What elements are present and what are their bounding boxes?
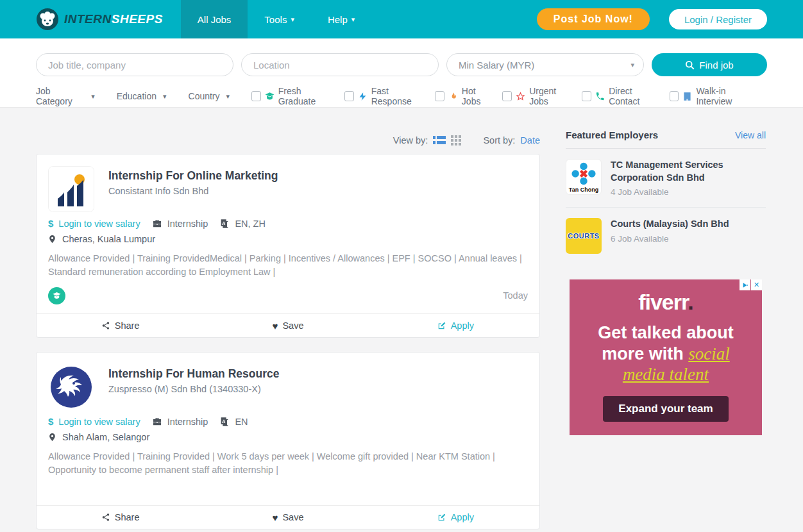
job-list-column: View by: Sort by: Date Internship For On… (36, 132, 540, 532)
job-description: Allowance Provided | Training ProvidedMe… (48, 252, 523, 279)
filter-fast-response[interactable]: Fast Response (344, 86, 426, 106)
language-icon (219, 219, 230, 229)
share-icon (101, 321, 110, 330)
post-job-button[interactable]: Post Job Now! (537, 8, 650, 30)
sidebar: Featured Employers View all Tan Chong TC… (566, 132, 766, 532)
search-icon (685, 60, 695, 70)
adchoices-icon[interactable] (740, 279, 750, 290)
list-toolbar: View by: Sort by: Date (36, 132, 540, 149)
employer-name[interactable]: TC Management Services Corporation Sdn B… (611, 159, 766, 184)
edit-icon (437, 513, 446, 522)
job-languages: EN, ZH (235, 219, 266, 229)
list-view-icon[interactable] (433, 135, 446, 145)
heart-icon: ♥ (273, 320, 278, 331)
briefcase-icon (152, 219, 162, 229)
sort-by-label: Sort by: (483, 135, 515, 145)
checkbox[interactable] (582, 91, 591, 101)
filter-country[interactable]: Country▾ (189, 91, 230, 101)
featured-employers-title: Featured Employers (566, 129, 658, 140)
filter-job-category[interactable]: Job Category▾ (36, 86, 95, 106)
fiverr-ad[interactable]: ✕ fiverr. Get talked about more with soc… (570, 279, 762, 435)
checkbox[interactable] (251, 91, 261, 101)
heart-icon: ♥ (273, 512, 278, 523)
share-icon (101, 513, 110, 522)
filter-direct-contact[interactable]: Direct Contact (582, 86, 660, 106)
checkbox[interactable] (502, 91, 512, 101)
tan-chong-logo: Tan Chong (566, 159, 602, 195)
employer-name[interactable]: Courts (Malaysia) Sdn Bhd (611, 218, 729, 231)
star-icon (516, 92, 525, 101)
search-section: Min Salary (MYR) ▾ Find job Job Category… (0, 38, 803, 108)
courts-logo: COURTS (566, 218, 602, 254)
job-company: Consistant Info Sdn Bhd (108, 186, 278, 196)
save-button[interactable]: ♥ Save (204, 506, 371, 529)
checkbox[interactable] (344, 91, 354, 101)
view-by-label: View by: (393, 135, 428, 145)
job-title[interactable]: Internship For Online Marketing (108, 169, 278, 183)
view-all-link[interactable]: View all (735, 130, 766, 140)
job-title[interactable]: Internship For Human Resource (108, 367, 279, 381)
checkbox[interactable] (670, 91, 679, 101)
company-logo (48, 364, 94, 410)
company-logo (48, 166, 94, 212)
job-card[interactable]: Internship For Human Resource Zuspresso … (36, 352, 540, 529)
ad-headline: Get talked about more with social media … (579, 322, 753, 385)
save-button[interactable]: ♥ Save (204, 314, 371, 337)
chevron-down-icon: ▾ (91, 92, 95, 101)
job-description: Allowance Provided | Training Provided |… (48, 450, 523, 477)
login-register-button[interactable]: Login / Register (669, 9, 767, 29)
salary-link[interactable]: Login to view salary (58, 417, 140, 427)
location-input[interactable] (241, 53, 439, 76)
dollar-icon: $ (48, 218, 53, 229)
chevron-down-icon: ▾ (226, 92, 230, 101)
nav-all-jobs[interactable]: All Jobs (181, 0, 248, 38)
sheep-logo-icon (36, 8, 59, 31)
nav-help[interactable]: Help▾ (311, 0, 371, 38)
share-button[interactable]: Share (37, 314, 204, 337)
location-pin-icon (48, 234, 56, 244)
ad-close-icon[interactable]: ✕ (751, 279, 762, 290)
ad-cta-button[interactable]: Expand your team (603, 396, 728, 422)
salary-link[interactable]: Login to view salary (58, 219, 140, 229)
top-navbar: INTERNSHEEPS All Jobs Tools▾ Help▾ Post … (0, 0, 803, 38)
apply-button[interactable]: Apply (372, 314, 539, 337)
fresh-graduate-badge (48, 287, 65, 304)
graduate-icon (265, 92, 275, 101)
fiverr-logo: fiverr. (638, 290, 693, 315)
min-salary-select[interactable]: Min Salary (MYR) ▾ (446, 53, 644, 76)
brand-text: INTERNSHEEPS (64, 12, 163, 26)
phone-icon (595, 92, 605, 101)
find-job-button[interactable]: Find job (652, 53, 767, 76)
chevron-down-icon: ▾ (163, 92, 167, 101)
checkbox[interactable] (435, 91, 444, 101)
chevron-down-icon: ▾ (291, 15, 294, 24)
filter-fresh-graduate[interactable]: Fresh Graduate (251, 86, 335, 106)
employer-job-count: 4 Job Available (611, 187, 766, 197)
sort-date-link[interactable]: Date (520, 135, 540, 145)
brand-logo[interactable]: INTERNSHEEPS (0, 0, 181, 38)
filter-hot-jobs[interactable]: Hot Jobs (435, 86, 493, 106)
employer-item[interactable]: COURTS Courts (Malaysia) Sdn Bhd 6 Job A… (566, 208, 766, 264)
keyword-input[interactable] (36, 53, 233, 76)
job-languages: EN (235, 417, 248, 427)
job-location: Shah Alam, Selangor (62, 432, 149, 442)
share-button[interactable]: Share (37, 506, 204, 529)
employer-item[interactable]: Tan Chong TC Management Services Corpora… (566, 149, 766, 208)
chevron-down-icon: ▾ (630, 61, 634, 69)
job-card[interactable]: Internship For Online Marketing Consista… (36, 154, 540, 338)
job-location: Cheras, Kuala Lumpur (62, 234, 155, 244)
location-pin-icon (48, 432, 56, 442)
chevron-down-icon: ▾ (351, 15, 355, 24)
filter-urgent-jobs[interactable]: Urgent Jobs (502, 86, 573, 106)
filter-education[interactable]: Education▾ (117, 91, 167, 101)
posted-date: Today (503, 290, 528, 301)
lightning-icon (358, 92, 368, 101)
nav-tools[interactable]: Tools▾ (248, 0, 311, 38)
briefcase-icon (152, 417, 162, 427)
grid-view-icon[interactable] (451, 135, 462, 145)
edit-icon (437, 321, 446, 330)
job-type: Internship (167, 417, 208, 427)
graduate-icon (52, 291, 62, 301)
apply-button[interactable]: Apply (372, 506, 539, 529)
filter-walkin-interview[interactable]: Walk-in Interview (670, 86, 758, 106)
